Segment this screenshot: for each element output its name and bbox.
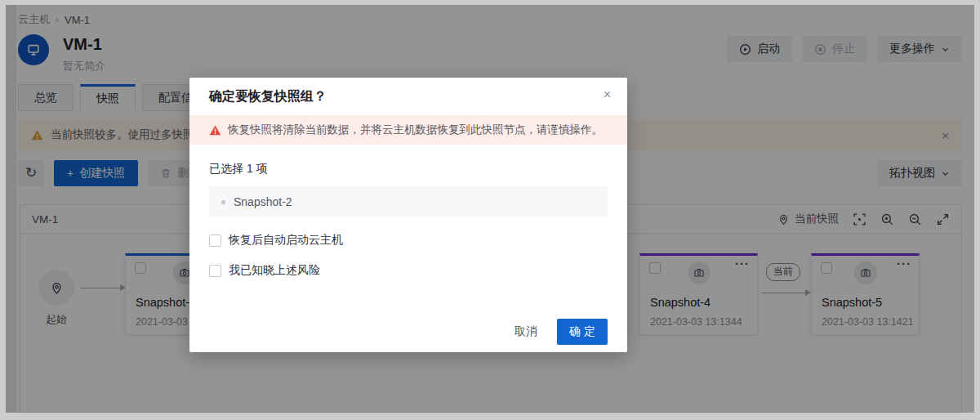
restore-snapshot-dialog: 确定要恢复快照组？ × 恢复快照将清除当前数据，并将云主机数据恢复到此快照节点，… (189, 78, 627, 352)
dialog-title: 确定要恢复快照组？ (209, 88, 608, 105)
autostart-checkbox-label: 恢复后自动启动云主机 (229, 233, 343, 248)
dialog-body: 已选择 1 项 Snapshot-2 恢复后自动启动云主机 我已知晓上述风险 (189, 145, 627, 278)
selected-snapshot-name: Snapshot-2 (234, 195, 292, 208)
autostart-checkbox[interactable] (209, 235, 221, 247)
cancel-button[interactable]: 取消 (501, 319, 550, 345)
dialog-alert: 恢复快照将清除当前数据，并将云主机数据恢复到此快照节点，请谨慎操作。 (189, 115, 627, 145)
risk-checkbox[interactable] (209, 265, 221, 277)
autostart-checkbox-row[interactable]: 恢复后自动启动云主机 (209, 233, 608, 248)
selected-count-label: 已选择 1 项 (209, 162, 608, 176)
dialog-footer: 取消 确 定 (501, 319, 608, 345)
dialog-close-icon[interactable]: × (604, 88, 611, 101)
risk-checkbox-row[interactable]: 我已知晓上述风险 (209, 263, 608, 278)
alert-triangle-icon (209, 124, 221, 136)
dialog-header: 确定要恢复快照组？ × (189, 78, 627, 115)
dialog-alert-text: 恢复快照将清除当前数据，并将云主机数据恢复到此快照节点，请谨慎操作。 (228, 123, 603, 137)
risk-checkbox-label: 我已知晓上述风险 (229, 263, 320, 278)
bullet-icon (221, 200, 225, 204)
selected-item-box: Snapshot-2 (209, 186, 608, 217)
confirm-button[interactable]: 确 定 (557, 319, 608, 345)
